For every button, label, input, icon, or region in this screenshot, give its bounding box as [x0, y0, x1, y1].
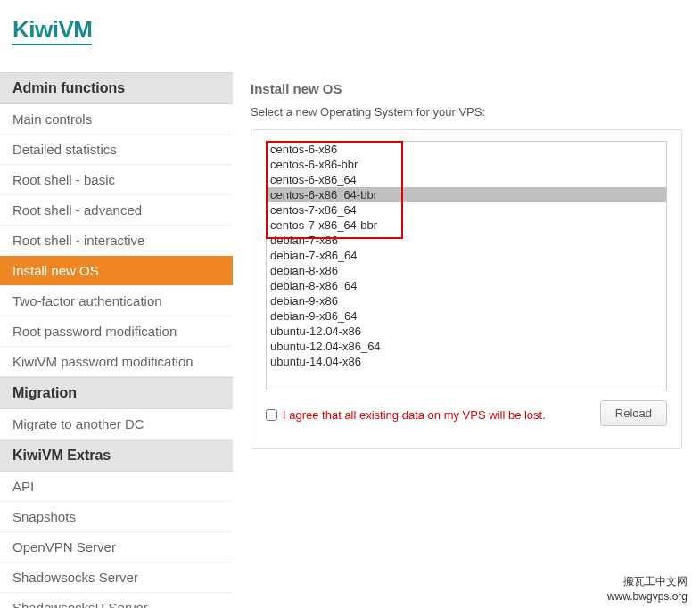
os-option[interactable]: debian-8-x86_64 [267, 278, 666, 293]
os-list-wrapper: centos-6-x86centos-6-x86-bbrcentos-6-x86… [266, 141, 667, 390]
sidebar-item-detailed-statistics[interactable]: Detailed statistics [0, 135, 233, 165]
logo: KiwiVM [12, 16, 92, 45]
sidebar-item-install-new-os[interactable]: Install new OS [0, 256, 233, 286]
os-option[interactable]: centos-6-x86_64 [267, 172, 666, 187]
os-option[interactable]: debian-9-x86 [267, 293, 666, 308]
os-option[interactable]: ubuntu-12.04-x86_64 [267, 339, 666, 354]
sidebar-item-root-shell-interactive[interactable]: Root shell - interactive [0, 226, 233, 256]
sidebar-item-migrate-to-another-dc[interactable]: Migrate to another DC [0, 409, 233, 440]
os-option[interactable]: centos-6-x86-bbr [267, 157, 666, 172]
sidebar-item-snapshots[interactable]: Snapshots [0, 502, 233, 532]
reload-button[interactable]: Reload [600, 400, 667, 426]
agree-checkbox[interactable] [266, 409, 277, 421]
os-option[interactable]: debian-7-x86_64 [267, 248, 666, 263]
panel-subtitle: Select a new Operating System for your V… [251, 105, 682, 119]
os-option[interactable]: debian-8-x86 [267, 263, 666, 278]
sidebar-item-openvpn-server[interactable]: OpenVPN Server [0, 532, 233, 563]
main-layout: Admin functionsMain controlsDetailed sta… [0, 72, 700, 608]
os-option[interactable]: centos-7-x86_64-bbr [267, 218, 666, 233]
os-option[interactable]: debian-7-x86 [267, 233, 666, 248]
install-os-panel: centos-6-x86centos-6-x86-bbrcentos-6-x86… [251, 129, 682, 449]
watermark-cn: 搬瓦工中文网 [607, 574, 688, 589]
os-option[interactable]: centos-6-x86_64-bbr [267, 187, 666, 202]
os-option[interactable]: ubuntu-14.04-x86 [267, 354, 666, 369]
watermark-corner: 搬瓦工中文网 www.bwgvps.org [607, 574, 688, 604]
sidebar-item-root-shell-advanced[interactable]: Root shell - advanced [0, 195, 233, 226]
content-area: Install new OS Select a new Operating Sy… [233, 72, 700, 608]
os-select-listbox[interactable]: centos-6-x86centos-6-x86-bbrcentos-6-x86… [266, 141, 667, 390]
watermark-url: www.bwgvps.org [607, 589, 688, 604]
sidebar-item-shadowsocks-server[interactable]: Shadowsocks Server [0, 563, 233, 593]
os-option[interactable]: centos-6-x86 [267, 142, 666, 157]
header: KiwiVM [0, 0, 700, 72]
os-option[interactable]: centos-7-x86_64 [267, 202, 666, 218]
sidebar-item-kiwivm-password-modification[interactable]: KiwiVM password modification [0, 347, 233, 377]
sidebar-item-main-controls[interactable]: Main controls [0, 104, 233, 135]
agree-label: I agree that all existing data on my VPS… [283, 408, 546, 422]
panel-title: Install new OS [251, 81, 682, 96]
sidebar-section-header: Admin functions [0, 72, 233, 104]
sidebar-item-api[interactable]: API [0, 472, 233, 502]
os-option[interactable]: debian-9-x86_64 [267, 308, 666, 324]
sidebar-item-root-password-modification[interactable]: Root password modification [0, 316, 233, 347]
os-option[interactable]: ubuntu-12.04-x86 [267, 324, 666, 339]
sidebar-section-header: Migration [0, 377, 233, 409]
sidebar-section-header: KiwiVM Extras [0, 440, 233, 472]
sidebar-item-two-factor-authentication[interactable]: Two-factor authentication [0, 286, 233, 316]
sidebar-item-root-shell-basic[interactable]: Root shell - basic [0, 165, 233, 195]
sidebar: Admin functionsMain controlsDetailed sta… [0, 72, 233, 608]
sidebar-item-shadowsocksr-server[interactable]: ShadowsocksR Server [0, 593, 233, 608]
